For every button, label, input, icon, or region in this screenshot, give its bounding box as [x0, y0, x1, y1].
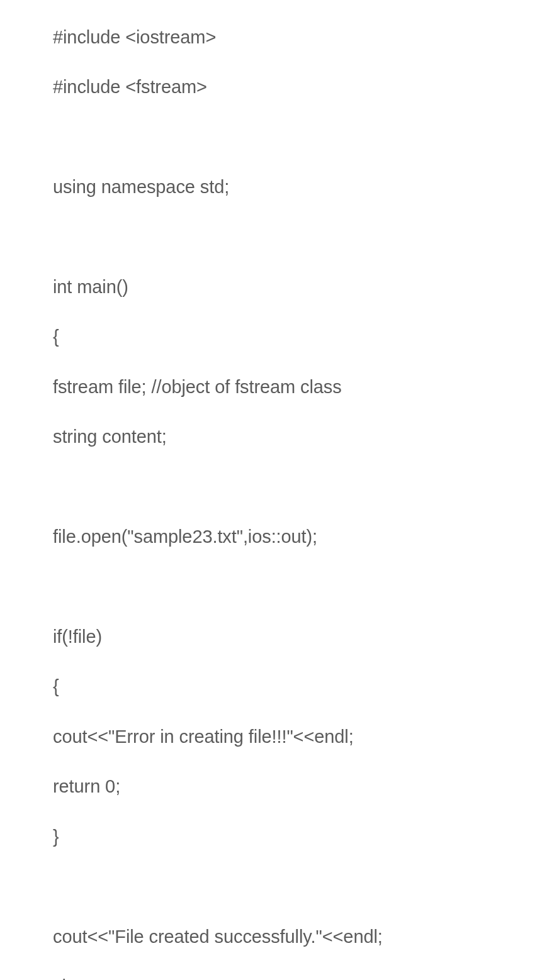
code-line: fstream file; //object of fstream class [53, 375, 506, 400]
code-line: using namespace std; [53, 175, 506, 200]
code-line: } [53, 825, 506, 850]
code-line: string content; [53, 425, 506, 450]
code-line: #include <iostream> [53, 25, 506, 50]
code-line [53, 475, 506, 500]
code-line: return 0; [53, 774, 506, 799]
code-line: int main() [53, 275, 506, 300]
code-line: cin>>content; [53, 974, 506, 980]
code-line [53, 225, 506, 250]
code-line [53, 125, 506, 150]
code-line: cout<<"File created successfully."<<endl… [53, 925, 506, 950]
code-line: { [53, 674, 506, 699]
code-line: cout<<"Error in creating file!!!"<<endl; [53, 725, 506, 750]
code-line: { [53, 325, 506, 350]
code-line [53, 874, 506, 899]
code-line: #include <fstream> [53, 75, 506, 100]
code-line [53, 575, 506, 600]
code-line: file.open("sample23.txt",ios::out); [53, 525, 506, 550]
code-line: if(!file) [53, 625, 506, 650]
code-block: #include <iostream> #include <fstream> u… [53, 0, 506, 980]
